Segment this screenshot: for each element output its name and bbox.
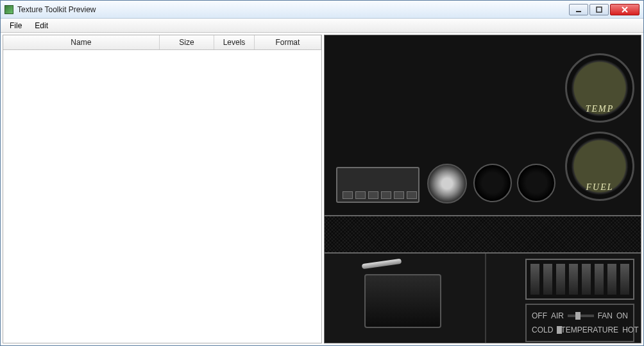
col-header-size[interactable]: Size [159,35,214,49]
speaker-grille [325,215,641,254]
small-gauge-1 [473,164,512,202]
window-title: Texture Toolkit Preview [17,5,569,14]
minimize-button[interactable] [569,4,588,15]
air-slider-track [568,315,594,317]
label-on: ON [616,311,628,320]
col-header-name[interactable]: Name [3,35,159,49]
titlebar[interactable]: Texture Toolkit Preview [1,1,643,19]
col-header-format[interactable]: Format [254,35,321,49]
texture-list-pane: Name Size Levels Format [3,35,322,343]
menu-file[interactable]: File [3,19,28,32]
label-temperature: TEMPERATURE [561,325,618,334]
fuel-gauge-label: FUEL [567,182,632,193]
ashtray [364,274,441,328]
ac-vent [525,259,634,300]
radio-unit [336,167,419,203]
app-window: Texture Toolkit Preview File Edit Name S… [0,0,644,346]
hvac-sliders: OFF AIR FAN ON COLD TEMPERATURE HOT [525,304,634,342]
menu-edit[interactable]: Edit [28,19,55,32]
app-icon [4,5,13,14]
menubar: File Edit [1,19,643,33]
texture-preview: TEMP FUEL [325,35,641,343]
label-cold: COLD [532,325,553,334]
label-hot: HOT [622,325,638,334]
texture-preview-pane: TEMP FUEL [324,35,641,343]
speedometer-arc [340,44,599,147]
label-off1: OFF [532,311,547,320]
svg-rect-1 [597,7,602,12]
small-gauge-2 [517,164,555,202]
maximize-button[interactable] [589,4,609,15]
texture-table: Name Size Levels Format [3,35,321,50]
radio-knob [427,164,467,203]
client-area: Name Size Levels Format TEMP FUEL [1,33,643,345]
temp-gauge-label: TEMP [567,104,632,114]
label-air: AIR [551,311,564,320]
fuel-gauge: FUEL [565,132,634,201]
close-button[interactable] [610,4,640,15]
panel-separator [485,254,486,343]
table-header-row: Name Size Levels Format [3,35,321,49]
temp-gauge: TEMP [565,53,634,123]
label-fan: FAN [598,311,613,320]
col-header-levels[interactable]: Levels [214,35,255,49]
